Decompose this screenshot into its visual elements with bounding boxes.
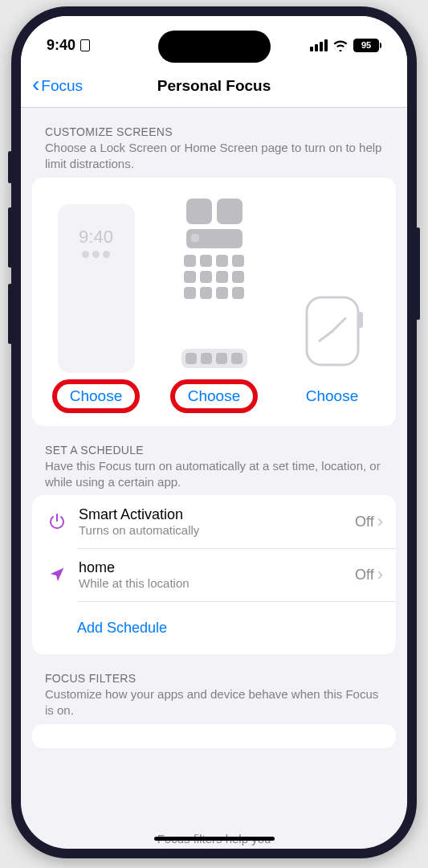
lock-screen-column: 9:40 Choose — [40, 204, 152, 410]
chevron-left-icon: ‹ — [32, 73, 39, 96]
location-home-row[interactable]: home While at this location Off › — [32, 548, 396, 601]
section-schedule-header: SET A SCHEDULE Have this Focus turn on a… — [32, 426, 396, 496]
chevron-right-icon: › — [377, 564, 383, 585]
section-title-schedule: SET A SCHEDULE — [45, 444, 383, 457]
home-indicator[interactable] — [154, 837, 275, 841]
wifi-icon — [332, 39, 349, 51]
customize-screens-card: 9:40 Choose Choose — [32, 178, 396, 426]
section-desc-schedule: Have this Focus turn on automatically at… — [45, 458, 383, 491]
back-button[interactable]: ‹ Focus — [21, 76, 83, 96]
choose-home-screen-button[interactable]: Choose — [175, 383, 254, 410]
side-button-silent — [8, 151, 12, 183]
svg-line-3 — [320, 331, 332, 341]
home-screen-preview[interactable] — [174, 192, 255, 373]
cellular-icon — [310, 39, 328, 51]
svg-rect-1 — [358, 312, 363, 328]
smart-activation-row[interactable]: Smart Activation Turns on automatically … — [32, 495, 396, 548]
sim-icon — [80, 39, 90, 51]
row-value: Off — [355, 567, 374, 583]
screen: 9:40 95 ‹ Focus Personal Focus — [21, 16, 407, 849]
phone-frame: 9:40 95 ‹ Focus Personal Focus — [11, 6, 417, 858]
watch-face-column: Choose — [276, 289, 388, 410]
side-button-volume-down — [8, 284, 12, 344]
section-desc-customize: Choose a Lock Screen or Home Screen page… — [45, 140, 383, 173]
add-schedule-row[interactable]: Add Schedule — [32, 601, 396, 654]
side-button-volume-up — [8, 207, 12, 268]
power-icon — [45, 512, 69, 531]
row-title: home — [79, 559, 355, 576]
choose-watch-face-button[interactable]: Choose — [293, 383, 372, 410]
side-button-power — [416, 227, 420, 320]
svg-line-2 — [332, 318, 345, 331]
status-time: 9:40 — [47, 37, 75, 54]
row-value: Off — [355, 514, 374, 530]
lock-preview-time: 9:40 — [58, 227, 135, 248]
home-screen-column: Choose — [158, 192, 270, 410]
row-subtitle: Turns on automatically — [79, 523, 355, 537]
row-title: Smart Activation — [79, 506, 355, 523]
lock-screen-preview[interactable]: 9:40 — [58, 204, 135, 373]
choose-lock-screen-button[interactable]: Choose — [57, 383, 136, 410]
watch-face-preview[interactable] — [296, 289, 369, 373]
focus-filters-card — [32, 724, 396, 748]
chevron-right-icon: › — [377, 511, 383, 532]
section-customize-header: CUSTOMIZE SCREENS Choose a Lock Screen o… — [32, 108, 396, 178]
battery-icon: 95 — [353, 39, 381, 52]
section-desc-filters: Customize how your apps and device behav… — [45, 686, 383, 719]
nav-bar: ‹ Focus Personal Focus — [21, 64, 407, 108]
section-filters-header: FOCUS FILTERS Customize how your apps an… — [32, 654, 396, 724]
dynamic-island — [158, 31, 271, 63]
location-arrow-icon — [45, 566, 69, 583]
add-schedule-label: Add Schedule — [77, 620, 167, 637]
section-title-customize: CUSTOMIZE SCREENS — [45, 125, 383, 138]
row-subtitle: While at this location — [79, 576, 355, 590]
section-title-filters: FOCUS FILTERS — [45, 672, 383, 685]
battery-level: 95 — [353, 39, 379, 52]
back-label: Focus — [41, 77, 83, 95]
lock-preview-widgets — [58, 251, 135, 258]
schedule-list: Smart Activation Turns on automatically … — [32, 495, 396, 654]
